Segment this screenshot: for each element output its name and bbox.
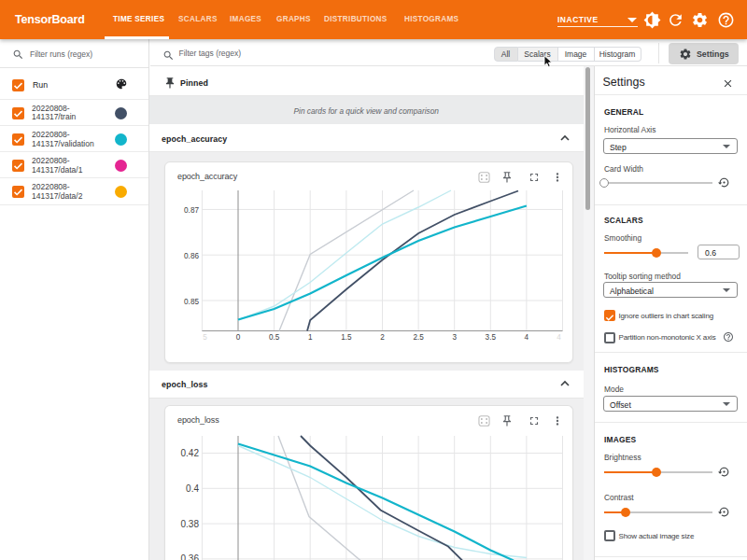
svg-text:5: 5	[203, 333, 207, 342]
svg-text:4: 4	[557, 333, 561, 342]
svg-text:2.5: 2.5	[413, 333, 424, 342]
svg-text:2: 2	[380, 333, 385, 342]
svg-text:0.87: 0.87	[184, 206, 199, 215]
svg-text:3.5: 3.5	[486, 333, 497, 342]
svg-text:0.4: 0.4	[186, 483, 199, 493]
svg-text:0.86: 0.86	[184, 252, 199, 260]
svg-text:0.5: 0.5	[269, 333, 280, 342]
svg-text:0.36: 0.36	[181, 553, 200, 560]
svg-text:4: 4	[525, 333, 529, 342]
svg-text:0.38: 0.38	[181, 518, 200, 528]
svg-text:0: 0	[236, 333, 241, 342]
svg-text:3: 3	[452, 333, 457, 342]
svg-text:1: 1	[308, 333, 313, 342]
svg-text:0.85: 0.85	[184, 298, 199, 306]
svg-text:1.5: 1.5	[341, 333, 352, 342]
svg-text:0.42: 0.42	[181, 448, 200, 458]
